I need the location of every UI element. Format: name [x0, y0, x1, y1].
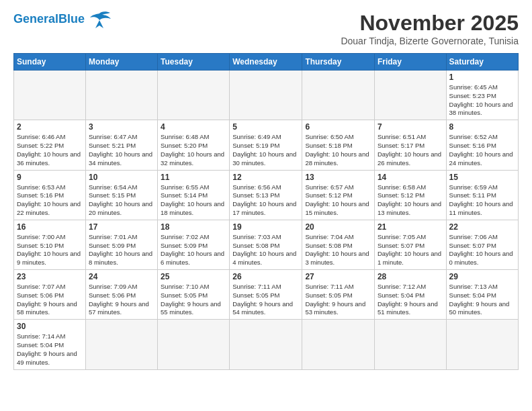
page: GeneralBlue November 2025 Douar Tindja, …: [0, 0, 532, 377]
logo-blue: Blue: [58, 12, 85, 26]
day-info: Sunrise: 7:10 AM Sunset: 5:05 PM Dayligh…: [161, 283, 226, 317]
day-number: 4: [161, 122, 226, 132]
day-info: Sunrise: 7:00 AM Sunset: 5:10 PM Dayligh…: [17, 233, 83, 267]
calendar-cell: [158, 71, 230, 120]
day-number: 26: [232, 272, 299, 281]
calendar-header-wednesday: Wednesday: [230, 54, 302, 71]
day-info: Sunrise: 6:50 AM Sunset: 5:18 PM Dayligh…: [305, 133, 371, 167]
day-number: 29: [449, 272, 515, 281]
calendar-header-sunday: Sunday: [14, 54, 86, 71]
day-number: 18: [161, 222, 226, 232]
day-number: 14: [378, 173, 443, 182]
day-info: Sunrise: 7:01 AM Sunset: 5:09 PM Dayligh…: [89, 233, 154, 267]
day-number: 30: [17, 322, 83, 331]
day-info: Sunrise: 7:05 AM Sunset: 5:07 PM Dayligh…: [378, 233, 443, 267]
calendar-header-friday: Friday: [374, 54, 446, 71]
calendar-cell: [302, 71, 375, 120]
day-info: Sunrise: 6:48 AM Sunset: 5:20 PM Dayligh…: [161, 133, 226, 167]
day-number: 10: [89, 173, 154, 182]
day-number: 9: [17, 173, 83, 182]
calendar-cell: [158, 320, 230, 369]
calendar-cell: 26Sunrise: 7:11 AM Sunset: 5:05 PM Dayli…: [230, 270, 302, 320]
day-info: Sunrise: 7:11 AM Sunset: 5:05 PM Dayligh…: [305, 283, 371, 317]
calendar-cell: 9Sunrise: 6:53 AM Sunset: 5:16 PM Daylig…: [14, 170, 86, 220]
calendar-week-row: 1Sunrise: 6:45 AM Sunset: 5:23 PM Daylig…: [14, 71, 519, 120]
calendar-header-thursday: Thursday: [302, 54, 375, 71]
calendar-cell: 25Sunrise: 7:10 AM Sunset: 5:05 PM Dayli…: [158, 270, 230, 320]
calendar-cell: [14, 71, 86, 120]
calendar-header-tuesday: Tuesday: [158, 54, 230, 71]
calendar-cell: [85, 320, 157, 369]
day-number: 7: [378, 122, 443, 132]
logo-text: GeneralBlue: [13, 13, 85, 26]
day-number: 5: [232, 122, 299, 132]
calendar-cell: [374, 320, 446, 369]
day-number: 11: [161, 173, 226, 182]
day-info: Sunrise: 6:59 AM Sunset: 5:11 PM Dayligh…: [449, 183, 515, 218]
calendar-week-row: 16Sunrise: 7:00 AM Sunset: 5:10 PM Dayli…: [14, 220, 519, 269]
calendar-cell: 17Sunrise: 7:01 AM Sunset: 5:09 PM Dayli…: [85, 220, 157, 269]
day-number: 24: [89, 272, 154, 281]
day-info: Sunrise: 6:51 AM Sunset: 5:17 PM Dayligh…: [378, 133, 443, 167]
calendar-cell: 14Sunrise: 6:58 AM Sunset: 5:12 PM Dayli…: [374, 170, 446, 220]
calendar-cell: 6Sunrise: 6:50 AM Sunset: 5:18 PM Daylig…: [302, 120, 375, 170]
calendar-cell: [446, 320, 518, 369]
calendar-cell: 24Sunrise: 7:09 AM Sunset: 5:06 PM Dayli…: [85, 270, 157, 320]
calendar-cell: 15Sunrise: 6:59 AM Sunset: 5:11 PM Dayli…: [446, 170, 518, 220]
day-info: Sunrise: 6:47 AM Sunset: 5:21 PM Dayligh…: [89, 133, 154, 167]
calendar-cell: [374, 71, 446, 120]
calendar-cell: 7Sunrise: 6:51 AM Sunset: 5:17 PM Daylig…: [374, 120, 446, 170]
day-number: 25: [161, 272, 226, 281]
calendar-cell: 1Sunrise: 6:45 AM Sunset: 5:23 PM Daylig…: [446, 71, 518, 120]
calendar-cell: 29Sunrise: 7:13 AM Sunset: 5:04 PM Dayli…: [446, 270, 518, 320]
day-number: 22: [449, 222, 515, 232]
calendar-cell: 10Sunrise: 6:54 AM Sunset: 5:15 PM Dayli…: [85, 170, 157, 220]
month-title: November 2025: [341, 11, 519, 36]
day-info: Sunrise: 7:14 AM Sunset: 5:04 PM Dayligh…: [17, 332, 83, 367]
day-info: Sunrise: 6:55 AM Sunset: 5:14 PM Dayligh…: [161, 183, 226, 218]
day-info: Sunrise: 7:11 AM Sunset: 5:05 PM Dayligh…: [232, 283, 299, 317]
calendar-cell: 2Sunrise: 6:46 AM Sunset: 5:22 PM Daylig…: [14, 120, 86, 170]
calendar-cell: 5Sunrise: 6:49 AM Sunset: 5:19 PM Daylig…: [230, 120, 302, 170]
logo: GeneralBlue: [13, 11, 112, 28]
day-number: 8: [449, 122, 515, 132]
calendar-header-monday: Monday: [85, 54, 157, 71]
day-number: 2: [17, 122, 83, 132]
calendar-cell: 16Sunrise: 7:00 AM Sunset: 5:10 PM Dayli…: [14, 220, 86, 269]
calendar-cell: 27Sunrise: 7:11 AM Sunset: 5:05 PM Dayli…: [302, 270, 375, 320]
calendar-header-saturday: Saturday: [446, 54, 518, 71]
day-number: 15: [449, 173, 515, 182]
calendar-cell: 28Sunrise: 7:12 AM Sunset: 5:04 PM Dayli…: [374, 270, 446, 320]
calendar-cell: 13Sunrise: 6:57 AM Sunset: 5:12 PM Dayli…: [302, 170, 375, 220]
day-number: 21: [378, 222, 443, 232]
day-info: Sunrise: 6:46 AM Sunset: 5:22 PM Dayligh…: [17, 133, 83, 167]
day-number: 17: [89, 222, 154, 232]
day-info: Sunrise: 7:06 AM Sunset: 5:07 PM Dayligh…: [449, 233, 515, 267]
calendar-week-row: 23Sunrise: 7:07 AM Sunset: 5:06 PM Dayli…: [14, 270, 519, 320]
calendar-cell: [230, 71, 302, 120]
calendar-cell: [302, 320, 375, 369]
calendar-cell: 22Sunrise: 7:06 AM Sunset: 5:07 PM Dayli…: [446, 220, 518, 269]
day-info: Sunrise: 6:58 AM Sunset: 5:12 PM Dayligh…: [378, 183, 443, 218]
day-info: Sunrise: 7:12 AM Sunset: 5:04 PM Dayligh…: [378, 283, 443, 317]
day-info: Sunrise: 7:04 AM Sunset: 5:08 PM Dayligh…: [305, 233, 371, 267]
day-number: 3: [89, 122, 154, 132]
calendar-table: SundayMondayTuesdayWednesdayThursdayFrid…: [13, 53, 519, 370]
calendar-week-row: 9Sunrise: 6:53 AM Sunset: 5:16 PM Daylig…: [14, 170, 519, 220]
day-number: 28: [378, 272, 443, 281]
day-info: Sunrise: 7:02 AM Sunset: 5:09 PM Dayligh…: [161, 233, 226, 267]
header: GeneralBlue November 2025 Douar Tindja, …: [13, 11, 519, 46]
day-info: Sunrise: 7:03 AM Sunset: 5:08 PM Dayligh…: [232, 233, 299, 267]
day-info: Sunrise: 7:07 AM Sunset: 5:06 PM Dayligh…: [17, 283, 83, 317]
calendar-cell: [85, 71, 157, 120]
calendar-cell: 23Sunrise: 7:07 AM Sunset: 5:06 PM Dayli…: [14, 270, 86, 320]
day-number: 13: [305, 173, 371, 182]
day-number: 16: [17, 222, 83, 232]
day-info: Sunrise: 7:13 AM Sunset: 5:04 PM Dayligh…: [449, 283, 515, 317]
title-area: November 2025 Douar Tindja, Bizerte Gove…: [341, 11, 519, 46]
day-info: Sunrise: 6:57 AM Sunset: 5:12 PM Dayligh…: [305, 183, 371, 218]
calendar-cell: 3Sunrise: 6:47 AM Sunset: 5:21 PM Daylig…: [85, 120, 157, 170]
calendar-cell: [230, 320, 302, 369]
calendar-cell: 12Sunrise: 6:56 AM Sunset: 5:13 PM Dayli…: [230, 170, 302, 220]
subtitle: Douar Tindja, Bizerte Governorate, Tunis…: [341, 36, 519, 46]
